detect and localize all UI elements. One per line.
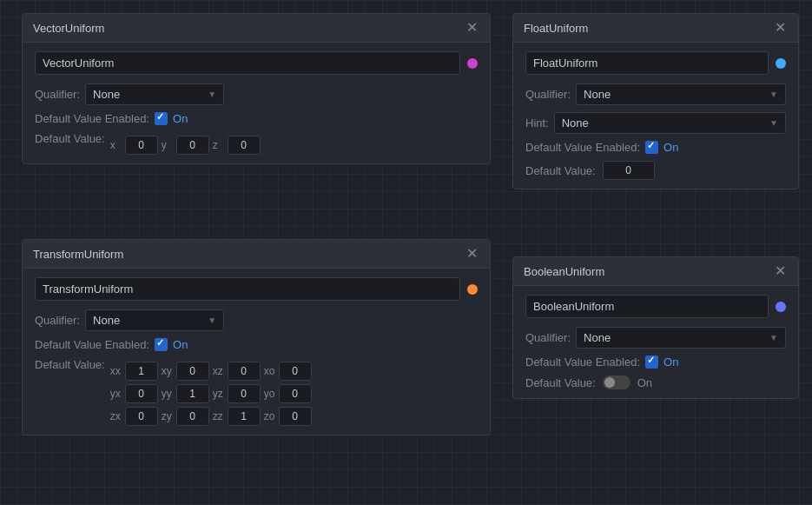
float-uniform-dv-row: Default Value: bbox=[525, 161, 786, 180]
float-uniform-on-label: On bbox=[663, 141, 678, 154]
vector-uniform-z-field: z bbox=[213, 136, 261, 155]
transform-yy-label: yy bbox=[162, 388, 174, 400]
transform-yx-input[interactable] bbox=[125, 384, 158, 403]
transform-yo-input[interactable] bbox=[279, 384, 312, 403]
float-uniform-hint-arrow: ▼ bbox=[769, 118, 778, 128]
transform-uniform-panel: TransformUniform ✕ Qualifier: None ▼ Def… bbox=[22, 239, 491, 435]
transform-zz-label: zz bbox=[213, 410, 225, 422]
vector-uniform-panel: VectorUniform ✕ Qualifier: None ▼ Defaul… bbox=[22, 13, 491, 164]
boolean-uniform-qualifier-row: Qualifier: None ▼ bbox=[525, 327, 786, 349]
transform-zz-input[interactable] bbox=[228, 407, 261, 426]
transform-yz-input[interactable] bbox=[228, 384, 261, 403]
transform-zy-input[interactable] bbox=[176, 407, 209, 426]
float-uniform-color-dot bbox=[776, 58, 786, 69]
boolean-uniform-qualifier-value: None bbox=[584, 331, 611, 344]
boolean-uniform-toggle-label: On bbox=[637, 376, 652, 389]
transform-xz-label: xz bbox=[213, 365, 225, 377]
boolean-uniform-close-button[interactable]: ✕ bbox=[773, 264, 788, 278]
vector-uniform-y-label: y bbox=[162, 139, 174, 151]
boolean-uniform-dv-label: Default Value: bbox=[525, 376, 596, 389]
float-uniform-qualifier-value: None bbox=[584, 88, 611, 101]
vector-uniform-name-input[interactable] bbox=[35, 51, 460, 75]
boolean-uniform-header: BooleanUniform ✕ bbox=[513, 257, 798, 286]
transform-zy-label: zy bbox=[162, 410, 174, 422]
transform-xx-input[interactable] bbox=[125, 362, 158, 381]
vector-uniform-x-input[interactable] bbox=[125, 136, 158, 155]
transform-xy-input[interactable] bbox=[176, 362, 209, 381]
transform-uniform-on-label: On bbox=[173, 338, 188, 351]
transform-yz-field: yz bbox=[213, 384, 261, 403]
boolean-uniform-panel: BooleanUniform ✕ Qualifier: None ▼ Defau… bbox=[512, 256, 799, 399]
float-uniform-enabled-row: Default Value Enabled: On bbox=[525, 141, 786, 154]
float-uniform-name-input[interactable] bbox=[525, 51, 769, 75]
boolean-uniform-name-row bbox=[525, 295, 786, 318]
transform-mat-row2: yx yy yz yo bbox=[110, 384, 312, 403]
transform-zz-field: zz bbox=[213, 407, 261, 426]
float-uniform-dv-label: Default Value: bbox=[525, 164, 596, 177]
transform-uniform-qualifier-value: None bbox=[93, 314, 120, 327]
vector-uniform-name-row bbox=[35, 51, 478, 75]
transform-uniform-enabled-checkbox[interactable] bbox=[155, 338, 168, 351]
transform-yo-field: yo bbox=[264, 384, 312, 403]
transform-xx-label: xx bbox=[110, 365, 122, 377]
transform-zx-input[interactable] bbox=[125, 407, 158, 426]
vector-uniform-body: Qualifier: None ▼ Default Value Enabled:… bbox=[23, 43, 490, 163]
transform-uniform-name-input[interactable] bbox=[35, 277, 460, 301]
vector-uniform-close-button[interactable]: ✕ bbox=[465, 21, 479, 35]
float-uniform-scalar-input[interactable] bbox=[603, 161, 655, 180]
float-uniform-enabled-checkbox[interactable] bbox=[645, 141, 658, 154]
transform-mat-row3: zx zy zz zo bbox=[110, 407, 312, 426]
transform-xz-input[interactable] bbox=[228, 362, 261, 381]
transform-uniform-dv-label: Default Value: bbox=[35, 358, 105, 371]
transform-zo-label: zo bbox=[264, 410, 276, 422]
boolean-uniform-toggle[interactable] bbox=[603, 375, 630, 389]
transform-yo-label: yo bbox=[264, 388, 276, 400]
vector-uniform-qualifier-row: Qualifier: None ▼ bbox=[35, 83, 478, 105]
vector-uniform-qualifier-dropdown[interactable]: None ▼ bbox=[85, 83, 224, 105]
transform-uniform-close-button[interactable]: ✕ bbox=[465, 247, 479, 261]
transform-zo-input[interactable] bbox=[279, 407, 312, 426]
vector-uniform-qualifier-value: None bbox=[93, 88, 120, 101]
boolean-uniform-enabled-label: Default Value Enabled: bbox=[525, 355, 640, 369]
boolean-uniform-on-label: On bbox=[663, 355, 678, 369]
float-uniform-hint-label: Hint: bbox=[525, 116, 549, 130]
vector-uniform-enabled-checkbox[interactable] bbox=[155, 112, 168, 125]
boolean-uniform-title: BooleanUniform bbox=[524, 265, 604, 278]
vector-uniform-title: VectorUniform bbox=[33, 22, 104, 35]
float-uniform-qualifier-dropdown[interactable]: None ▼ bbox=[576, 83, 786, 105]
transform-uniform-enabled-row: Default Value Enabled: On bbox=[35, 338, 478, 351]
transform-uniform-qualifier-dropdown[interactable]: None ▼ bbox=[85, 309, 224, 331]
float-uniform-header: FloatUniform ✕ bbox=[513, 14, 798, 43]
float-uniform-hint-row: Hint: None ▼ bbox=[525, 112, 786, 134]
transform-yy-input[interactable] bbox=[176, 384, 209, 403]
boolean-uniform-color-dot bbox=[776, 302, 786, 312]
float-uniform-hint-value: None bbox=[562, 116, 589, 130]
transform-uniform-mat-grid: xx xy xz xo bbox=[110, 358, 312, 426]
float-uniform-hint-dropdown[interactable]: None ▼ bbox=[554, 112, 786, 134]
boolean-uniform-qualifier-dropdown[interactable]: None ▼ bbox=[576, 327, 786, 349]
transform-xo-input[interactable] bbox=[279, 362, 312, 381]
transform-zx-label: zx bbox=[110, 410, 122, 422]
transform-yx-field: yx bbox=[110, 384, 158, 403]
vector-uniform-y-input[interactable] bbox=[176, 136, 209, 155]
transform-uniform-color-dot bbox=[467, 284, 478, 295]
boolean-uniform-qualifier-label: Qualifier: bbox=[525, 331, 571, 344]
boolean-uniform-enabled-checkbox[interactable] bbox=[645, 355, 658, 369]
transform-uniform-header: TransformUniform ✕ bbox=[23, 240, 490, 269]
vector-uniform-x-label: x bbox=[110, 139, 122, 151]
float-uniform-qualifier-row: Qualifier: None ▼ bbox=[525, 83, 786, 105]
transform-yx-label: yx bbox=[110, 388, 122, 400]
vector-uniform-color-dot bbox=[467, 58, 478, 69]
vector-uniform-dv-label: Default Value: bbox=[35, 132, 105, 145]
vector-uniform-enabled-row: Default Value Enabled: On bbox=[35, 112, 478, 125]
float-uniform-panel: FloatUniform ✕ Qualifier: None ▼ Hint: N… bbox=[512, 13, 799, 189]
float-uniform-close-button[interactable]: ✕ bbox=[773, 21, 788, 35]
transform-uniform-enabled-label: Default Value Enabled: bbox=[35, 338, 149, 351]
vector-uniform-enabled-label: Default Value Enabled: bbox=[35, 112, 149, 125]
boolean-uniform-body: Qualifier: None ▼ Default Value Enabled:… bbox=[513, 286, 798, 398]
transform-uniform-qualifier-arrow: ▼ bbox=[208, 316, 216, 325]
boolean-uniform-name-input[interactable] bbox=[525, 295, 769, 318]
transform-yy-field: yy bbox=[162, 384, 209, 403]
vector-uniform-z-input[interactable] bbox=[228, 136, 261, 155]
vector-uniform-dv-row: Default Value: x y z bbox=[35, 132, 478, 155]
